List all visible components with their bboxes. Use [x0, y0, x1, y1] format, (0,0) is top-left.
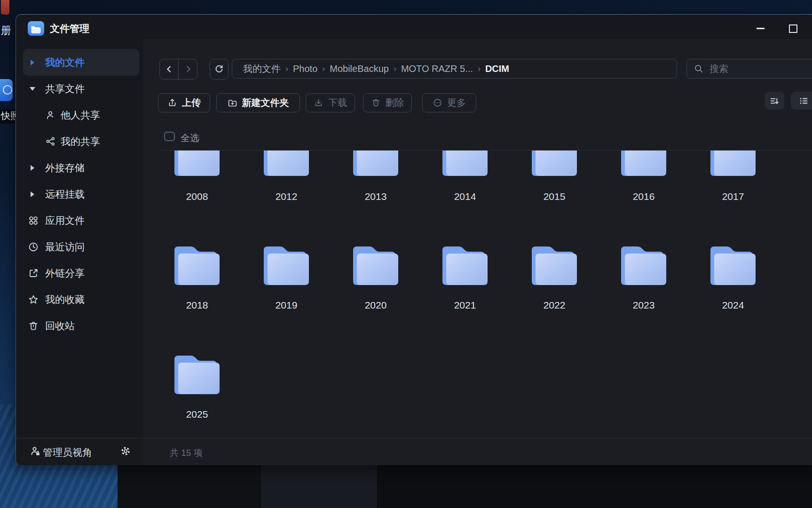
main-content: 我的文件 › Photo › MobileBackup › MOTO RAZR …	[143, 39, 812, 438]
shortcut-glyph	[3, 85, 12, 95]
folder-label: 2020	[365, 300, 387, 311]
window-title: 文件管理	[50, 22, 89, 35]
star-icon	[28, 294, 39, 305]
folder-icon	[532, 246, 577, 285]
select-all-checkbox[interactable]	[164, 132, 175, 141]
sidebar-item-label: 外接存储	[45, 161, 85, 175]
admin-view-label[interactable]: 管理员视角	[43, 446, 92, 459]
sidebar-item-recycle-bin[interactable]: 回收站	[23, 312, 139, 339]
upload-button[interactable]: 上传	[158, 93, 210, 112]
sidebar-item-label: 最近访问	[45, 240, 85, 254]
breadcrumb-dcim[interactable]: DCIM	[485, 64, 509, 74]
folder-item-2020[interactable]: 2020	[331, 246, 420, 311]
sidebar-item-favorites[interactable]: 我的收藏	[23, 286, 139, 313]
folder-icon	[710, 246, 756, 285]
titlebar: 文件管理	[16, 15, 812, 39]
sidebar-item-shared-files[interactable]: 共享文件	[23, 75, 139, 102]
upload-label: 上传	[182, 96, 201, 109]
sidebar-item-shared-by-others[interactable]: 他人共享	[23, 102, 139, 128]
gear-icon	[120, 445, 131, 457]
folder-item-2023[interactable]: 2023	[599, 246, 688, 311]
folder-item-2018[interactable]: 2018	[152, 246, 242, 311]
list-icon	[798, 95, 809, 106]
search-input[interactable]	[709, 63, 812, 75]
delete-label: 删除	[386, 96, 404, 109]
sidebar-item-app-files[interactable]: 应用文件	[23, 207, 139, 234]
folder-item-2016[interactable]: 2016	[599, 151, 688, 202]
search-box	[686, 59, 812, 79]
folder-icon	[353, 151, 399, 176]
download-button[interactable]: 下载	[306, 93, 355, 112]
sidebar-item-label: 远程挂载	[45, 188, 85, 201]
sidebar-item-external-link-share[interactable]: 外链分享	[23, 260, 139, 286]
sidebar-item-my-files[interactable]: 我的文件	[23, 49, 139, 76]
footer-bar: 管理员视角 共 15 项	[16, 438, 812, 465]
sort-icon	[769, 95, 780, 106]
sidebar-item-label: 回收站	[45, 319, 75, 333]
folder-label: 2012	[276, 191, 298, 202]
sort-button[interactable]	[765, 92, 784, 110]
folder-grid-row-3: 2025	[152, 355, 778, 420]
folder-label: 2022	[544, 300, 566, 311]
app-grid-icon	[28, 215, 39, 226]
folder-item-2012[interactable]: 2012	[242, 151, 331, 202]
background-window-dark	[118, 464, 261, 508]
item-count-status: 共 15 项	[170, 447, 203, 459]
folder-icon	[442, 151, 488, 176]
desktop-shortcut-red-icon[interactable]	[1, 0, 9, 15]
folder-label: 2015	[544, 191, 566, 202]
folder-label: 2016	[633, 191, 655, 202]
breadcrumb-photo[interactable]: Photo	[293, 64, 317, 74]
sidebar-item-label: 应用文件	[45, 214, 85, 227]
sidebar-item-my-shares[interactable]: 我的共享	[23, 128, 139, 155]
back-button[interactable]	[160, 59, 178, 79]
minimize-button[interactable]	[757, 28, 765, 29]
folder-item-2022[interactable]: 2022	[510, 246, 599, 311]
maximize-button[interactable]	[789, 24, 797, 33]
desktop-shortcut-label-album[interactable]: 册	[1, 24, 11, 38]
select-all-label: 全选	[181, 132, 199, 144]
desktop-shortcut-blue-icon[interactable]	[0, 79, 13, 101]
chevron-right-icon	[23, 60, 45, 65]
folder-item-2019[interactable]: 2019	[242, 246, 331, 311]
more-icon	[433, 98, 442, 108]
more-button[interactable]: 更多	[422, 93, 476, 112]
list-view-button[interactable]	[791, 92, 812, 110]
sidebar-item-remote-mount[interactable]: 远程挂载	[23, 181, 139, 207]
settings-gear-button[interactable]	[120, 445, 131, 459]
upload-icon	[167, 98, 177, 108]
folder-item-2024[interactable]: 2024	[688, 246, 778, 311]
download-icon	[314, 98, 323, 108]
folder-item-2014[interactable]: 2014	[420, 151, 510, 202]
folder-grid-row-1: 2008 2012 2013 2014 2015 2016 2017	[152, 151, 778, 202]
clock-icon	[28, 241, 39, 253]
new-folder-button[interactable]: 新建文件夹	[216, 93, 300, 112]
folder-label: 2008	[186, 191, 208, 202]
breadcrumb-my-files[interactable]: 我的文件	[243, 63, 281, 75]
new-folder-icon	[228, 98, 237, 108]
folder-item-2021[interactable]: 2021	[420, 246, 510, 311]
folder-item-2017[interactable]: 2017	[688, 151, 778, 202]
breadcrumb-mobilebackup[interactable]: MobileBackup	[330, 64, 389, 74]
folder-item-2025[interactable]: 2025	[152, 355, 242, 420]
breadcrumb: 我的文件 › Photo › MobileBackup › MOTO RAZR …	[232, 59, 677, 79]
forward-button[interactable]	[178, 59, 197, 79]
folder-icon	[621, 246, 667, 285]
folder-icon	[174, 151, 220, 176]
chevron-down-icon	[23, 87, 45, 91]
breadcrumb-separator: ›	[285, 64, 288, 74]
refresh-button[interactable]	[210, 59, 229, 79]
delete-button[interactable]: 删除	[363, 93, 412, 112]
folder-grid-row-2: 2018 2019 2020 2021 2022 2023 2024	[152, 246, 778, 311]
more-label: 更多	[447, 96, 466, 109]
share-icon	[45, 136, 56, 147]
folder-item-2015[interactable]: 2015	[510, 151, 599, 202]
background-window-gray	[261, 464, 377, 508]
folder-label: 2023	[633, 300, 655, 311]
sidebar-item-external-storage[interactable]: 外接存储	[23, 154, 139, 181]
breadcrumb-moto-razr[interactable]: MOTO RAZR 5...	[401, 64, 473, 74]
folder-item-2008[interactable]: 2008	[152, 151, 242, 202]
background-window-dark-2	[376, 464, 812, 508]
sidebar-item-recent[interactable]: 最近访问	[23, 233, 139, 260]
folder-item-2013[interactable]: 2013	[331, 151, 420, 202]
